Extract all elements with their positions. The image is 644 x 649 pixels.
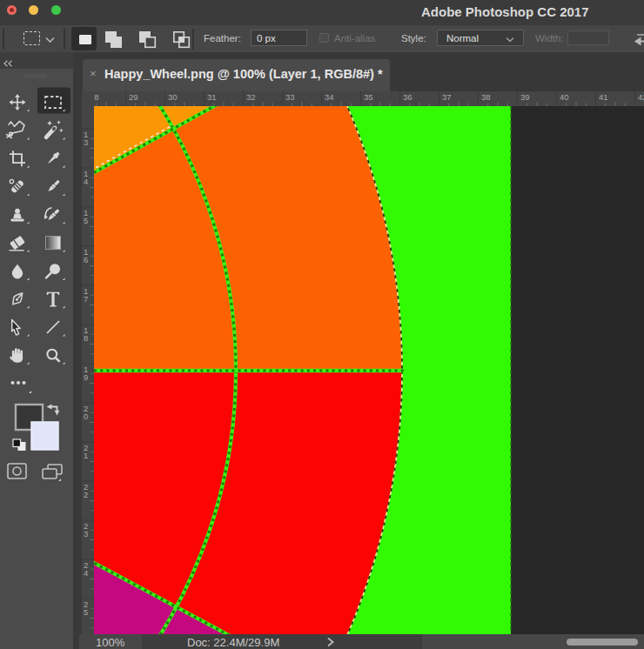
svg-text:0: 0: [84, 411, 88, 421]
svg-text:8: 8: [84, 333, 88, 343]
svg-text:39: 39: [520, 92, 530, 102]
svg-text:4: 4: [84, 568, 88, 578]
svg-text:1: 1: [84, 451, 88, 460]
svg-text:7: 7: [84, 294, 88, 304]
svg-text:6: 6: [84, 255, 88, 264]
svg-text:38: 38: [481, 92, 491, 102]
svg-text:37: 37: [442, 92, 452, 102]
svg-text:42: 42: [638, 92, 644, 102]
svg-text:40: 40: [560, 92, 569, 102]
svg-text:4: 4: [84, 177, 88, 186]
svg-text:30: 30: [168, 92, 178, 102]
svg-text:35: 35: [364, 92, 373, 102]
svg-text:32: 32: [246, 92, 256, 102]
svg-text:2: 2: [84, 490, 88, 499]
svg-text:3: 3: [84, 529, 88, 539]
svg-text:3: 3: [84, 137, 88, 147]
svg-text:41: 41: [599, 92, 608, 102]
svg-text:9: 9: [84, 372, 88, 382]
svg-text:36: 36: [403, 92, 413, 102]
svg-text:5: 5: [84, 607, 88, 617]
svg-text:31: 31: [207, 92, 217, 102]
svg-text:34: 34: [325, 92, 334, 102]
svg-text:33: 33: [285, 92, 295, 102]
svg-text:5: 5: [84, 216, 88, 225]
svg-text:29: 29: [129, 92, 138, 102]
